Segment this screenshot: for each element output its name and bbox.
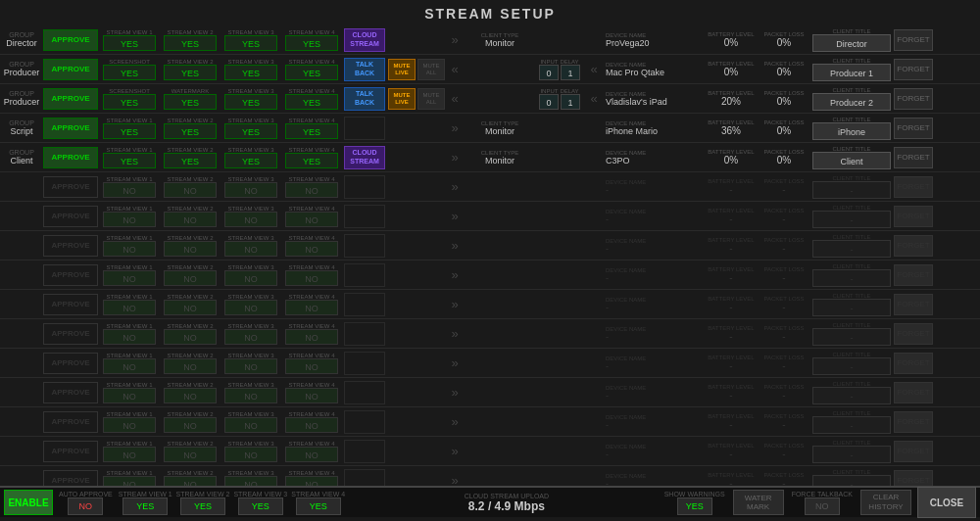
forget-button[interactable]: FORGET: [894, 118, 933, 139]
stream-view-2: STREAM VIEW 2 YES: [161, 118, 220, 139]
approve-button[interactable]: APPROVE: [43, 29, 98, 51]
client-title-box[interactable]: Director: [812, 34, 891, 52]
client-title-box[interactable]: -: [812, 387, 891, 404]
enable-button[interactable]: ENABLE: [4, 490, 53, 515]
battery-section: BATTERY LEVEL -: [706, 443, 757, 459]
forget-button[interactable]: FORGET: [894, 59, 933, 80]
packet-section: PACKET LOSS -: [759, 384, 809, 401]
table-row: GROUP DirectorAPPROVESTREAM VIEW 1 YESST…: [0, 25, 980, 55]
arrow-right: »: [445, 209, 465, 223]
approve-button[interactable]: APPROVE: [43, 235, 98, 257]
stream-view-1: STREAM VIEW 1 NO: [100, 470, 159, 487]
bottom-sv2-value[interactable]: YES: [180, 497, 225, 515]
client-title-box[interactable]: -: [812, 475, 891, 487]
forget-button[interactable]: FORGET: [894, 29, 933, 51]
mute-live-button[interactable]: MUTELIVE: [388, 88, 416, 110]
arrow-right: »: [445, 326, 465, 341]
bottom-sv4-value[interactable]: YES: [296, 497, 341, 515]
client-title-box[interactable]: -: [812, 240, 891, 258]
forget-button[interactable]: FORGET: [894, 353, 933, 374]
client-title-box[interactable]: -: [812, 299, 891, 316]
device-section: DEVICE NAME -: [606, 385, 704, 401]
forget-button[interactable]: FORGET: [894, 441, 933, 462]
stream-view-4: STREAM VIEW 4 NO: [282, 264, 341, 286]
forget-button[interactable]: FORGET: [894, 382, 933, 403]
clear-history-button[interactable]: CLEAR HISTORY: [860, 490, 911, 515]
client-title-section: CLIENT TITLE -: [811, 381, 892, 404]
client-title-box[interactable]: iPhone: [812, 122, 891, 140]
input-value[interactable]: 0: [539, 65, 559, 80]
talk-back-button[interactable]: TALKBACK: [344, 58, 385, 81]
delay-value[interactable]: 1: [561, 94, 580, 110]
approve-button[interactable]: APPROVE: [43, 441, 98, 462]
bottom-sv1-value[interactable]: YES: [122, 497, 168, 515]
approve-button[interactable]: APPROVE: [43, 176, 98, 198]
client-title-box[interactable]: -: [812, 211, 891, 228]
client-title-box[interactable]: Client: [812, 152, 891, 169]
arrow-right: »: [445, 473, 465, 486]
approve-button[interactable]: APPROVE: [43, 147, 98, 168]
forget-button[interactable]: FORGET: [894, 294, 933, 315]
client-title-box[interactable]: -: [812, 269, 891, 287]
client-title-box[interactable]: -: [812, 357, 891, 375]
approve-button[interactable]: APPROVE: [43, 294, 98, 315]
client-title-section: CLIENT TITLE iPhone: [811, 117, 892, 140]
cloud-stream-button[interactable]: CLOUDSTREAM: [344, 146, 385, 169]
arrow-right: »: [445, 355, 465, 370]
bottom-sv2-label: STREAM VIEW 2: [176, 491, 230, 497]
client-title-section: CLIENT TITLE -: [811, 205, 892, 228]
device-section: DEVICE NAME -: [606, 267, 704, 283]
device-section: DEVICE NAME -: [606, 297, 704, 312]
input-value[interactable]: 0: [539, 94, 559, 110]
delay-value[interactable]: 1: [561, 65, 580, 80]
client-title-box[interactable]: -: [812, 446, 891, 463]
table-row: APPROVESTREAM VIEW 1 NOSTREAM VIEW 2 NOS…: [0, 378, 980, 407]
approve-button[interactable]: APPROVE: [43, 88, 98, 110]
client-title-box[interactable]: -: [812, 416, 891, 434]
stream-view-3: STREAM VIEW 3 NO: [221, 294, 280, 315]
mute-all-button[interactable]: MUTEALL: [417, 88, 445, 110]
force-talkback-value[interactable]: NO: [805, 497, 840, 515]
forget-button[interactable]: FORGET: [894, 411, 933, 433]
approve-button[interactable]: APPROVE: [43, 264, 98, 286]
arrow-right: »: [445, 297, 465, 311]
approve-button[interactable]: APPROVE: [43, 118, 98, 139]
forget-button[interactable]: FORGET: [894, 235, 933, 257]
client-title-box[interactable]: -: [812, 181, 891, 199]
forget-button[interactable]: FORGET: [894, 264, 933, 286]
cloud-stream-button[interactable]: CLOUDSTREAM: [344, 28, 385, 52]
device-section: DEVICE NAME iPhone Mario: [606, 120, 704, 136]
auto-approve-value[interactable]: NO: [68, 497, 103, 515]
forget-button[interactable]: FORGET: [894, 323, 933, 345]
forget-button[interactable]: FORGET: [894, 88, 933, 110]
mute-all-button[interactable]: MUTEALL: [417, 59, 445, 80]
forget-button[interactable]: FORGET: [894, 147, 933, 168]
forget-button[interactable]: FORGET: [894, 176, 933, 198]
approve-button[interactable]: APPROVE: [43, 382, 98, 403]
approve-button[interactable]: APPROVE: [43, 59, 98, 80]
client-title-box[interactable]: Producer 2: [812, 93, 891, 111]
arrow-right: »: [445, 414, 465, 429]
client-title-box[interactable]: -: [812, 328, 891, 346]
mute-live-button[interactable]: MUTELIVE: [388, 59, 416, 80]
stream-view-3: STREAM VIEW 3 YES: [221, 59, 280, 80]
arrow-right: «: [445, 91, 465, 106]
device-section: DEVICE NAME Vladislav's iPad: [606, 91, 704, 107]
approve-button[interactable]: APPROVE: [43, 411, 98, 433]
arrow-right: »: [445, 179, 465, 194]
approve-button[interactable]: APPROVE: [43, 323, 98, 345]
client-title-section: CLIENT TITLE -: [811, 175, 892, 199]
forget-button[interactable]: FORGET: [894, 206, 933, 227]
warnings-value[interactable]: YES: [677, 497, 712, 515]
approve-button[interactable]: APPROVE: [43, 470, 98, 487]
packet-section: PACKET LOSS -: [759, 178, 809, 195]
client-title-box[interactable]: Producer 1: [812, 64, 891, 81]
battery-section: BATTERY LEVEL -: [706, 472, 757, 486]
talk-back-button[interactable]: TALKBACK: [344, 87, 385, 111]
bottom-sv3-value[interactable]: YES: [238, 497, 283, 515]
approve-button[interactable]: APPROVE: [43, 206, 98, 227]
forget-button[interactable]: FORGET: [894, 470, 933, 487]
approve-button[interactable]: APPROVE: [43, 353, 98, 374]
close-button[interactable]: CLOSE: [917, 487, 976, 518]
watermark-button[interactable]: WATER MARK: [733, 490, 784, 515]
